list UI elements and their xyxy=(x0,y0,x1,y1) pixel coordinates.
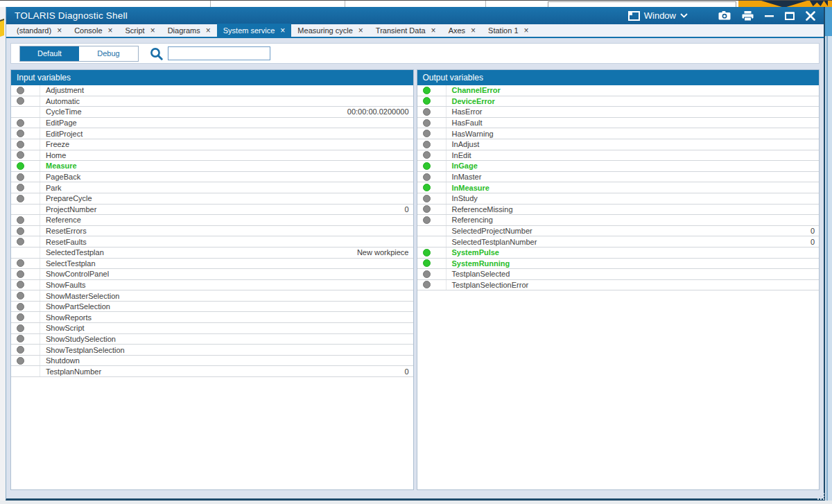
variable-row[interactable]: ResetErrors xyxy=(11,226,413,237)
variable-name: HasFault xyxy=(447,119,815,127)
debug-mode-button[interactable]: Debug xyxy=(79,46,138,61)
search-input[interactable] xyxy=(168,46,270,60)
variable-row[interactable]: HasFault xyxy=(417,118,820,129)
variable-row[interactable]: TestplanSelected xyxy=(417,269,820,280)
variable-row[interactable]: Measure xyxy=(11,161,413,172)
status-dot-gray xyxy=(17,141,24,148)
tab-console[interactable]: Console× xyxy=(68,24,119,37)
variable-row[interactable]: Home xyxy=(11,150,413,162)
minimize-button[interactable] xyxy=(759,7,779,24)
screenshot-button[interactable] xyxy=(713,7,736,24)
status-dot-gray xyxy=(423,216,431,224)
variable-row[interactable]: InGage xyxy=(417,161,820,172)
variable-name: ShowReports xyxy=(40,313,409,322)
variable-row[interactable]: ChannelError xyxy=(417,85,820,96)
variable-name: ReferenceMissing xyxy=(447,205,815,214)
tab-axes[interactable]: Axes× xyxy=(442,24,482,37)
title-bar[interactable]: TOLARIS Diagnostic Shell Window xyxy=(6,7,824,24)
variable-name: InAdjust xyxy=(447,140,815,148)
variable-row[interactable]: ShowMasterSelection xyxy=(11,290,413,302)
variable-row[interactable]: SelectTestplan xyxy=(11,259,413,270)
variable-row[interactable]: ShowScript xyxy=(11,323,413,334)
variable-row[interactable]: ShowStudySelection xyxy=(11,334,413,345)
screen: TOLARIS Diagnostic Shell Window xyxy=(0,0,832,504)
variable-name: Referencing xyxy=(447,216,815,224)
tab-label: Axes xyxy=(449,26,465,35)
variable-row[interactable]: TestplanSelectionError xyxy=(417,280,820,291)
status-dot-column xyxy=(11,269,40,279)
tab-close-icon[interactable]: × xyxy=(280,26,285,35)
variable-row[interactable]: InMaster xyxy=(417,172,820,183)
variable-name: TestplanSelected xyxy=(447,270,815,278)
variable-row[interactable]: EditProject xyxy=(11,128,413,139)
variable-row[interactable]: InStudy xyxy=(417,193,820,205)
variable-row[interactable]: Adjustment xyxy=(11,85,413,96)
status-dot-column xyxy=(11,302,40,312)
status-dot-column xyxy=(11,334,40,345)
variable-row[interactable]: SelectedTestplanNumber0 xyxy=(417,236,820,247)
variable-row[interactable]: HasWarning xyxy=(417,128,820,139)
variable-row[interactable]: PrepareCycle xyxy=(11,193,413,205)
variable-row[interactable]: ShowReports xyxy=(11,312,413,323)
status-dot-gray xyxy=(423,108,431,116)
tab-system-service[interactable]: System service× xyxy=(217,24,292,37)
tab-close-icon[interactable]: × xyxy=(108,26,113,35)
status-dot-column xyxy=(11,193,40,204)
variable-row[interactable]: PageBack xyxy=(11,172,413,183)
variable-row[interactable]: SelectedTestplanNew workpiece xyxy=(11,247,413,259)
variable-row[interactable]: Freeze xyxy=(11,139,413,150)
tab-close-icon[interactable]: × xyxy=(358,26,363,35)
variable-row[interactable]: ShowControlPanel xyxy=(11,269,413,280)
variable-row[interactable]: ResetFaults xyxy=(11,236,413,247)
status-dot-column xyxy=(417,118,447,128)
variable-row[interactable]: ShowFaults xyxy=(11,280,413,291)
variable-row[interactable]: SelectedProjectNumber0 xyxy=(417,226,820,237)
variable-row[interactable]: EditPage xyxy=(11,118,413,129)
variable-row[interactable]: InMeasure xyxy=(417,182,820,193)
tab-close-icon[interactable]: × xyxy=(471,26,476,35)
variable-row[interactable]: CycleTime00:00:00.0200000 xyxy=(11,107,413,118)
restore-button[interactable] xyxy=(779,7,800,24)
variable-row[interactable]: Park xyxy=(11,182,413,193)
default-mode-button[interactable]: Default xyxy=(20,46,79,61)
variable-row[interactable]: Reference xyxy=(11,215,413,226)
tab-diagrams[interactable]: Diagrams× xyxy=(162,24,217,37)
tab-transient-data[interactable]: Transient Data× xyxy=(370,24,442,37)
tab-label: Measuring cycle xyxy=(297,26,352,35)
window-menu-button[interactable]: Window xyxy=(621,7,695,24)
variable-row[interactable]: ProjectNumber0 xyxy=(11,205,413,216)
tab-close-icon[interactable]: × xyxy=(431,26,436,35)
variable-row[interactable]: HasError xyxy=(417,107,820,118)
variable-row[interactable]: DeviceError xyxy=(417,96,820,107)
variable-row[interactable]: ReferenceMissing xyxy=(417,205,820,216)
tab-station-1[interactable]: Station 1× xyxy=(482,24,535,37)
status-dot-column xyxy=(417,247,447,258)
status-dot-column xyxy=(417,259,447,269)
tab-script[interactable]: Script× xyxy=(119,24,162,37)
tab-standard[interactable]: (standard)× xyxy=(10,24,68,37)
variable-row[interactable]: Shutdown xyxy=(11,356,413,367)
variable-row[interactable]: TestplanNumber0 xyxy=(11,366,413,377)
resize-grip-icon[interactable] xyxy=(817,494,825,501)
variable-row[interactable]: SystemPulse xyxy=(417,247,820,259)
variable-row[interactable]: ShowTestplanSelection xyxy=(11,345,413,356)
status-dot-column xyxy=(417,280,447,290)
variable-row[interactable]: InEdit xyxy=(417,150,820,162)
variable-row[interactable]: Referencing xyxy=(417,215,820,226)
variable-row[interactable]: ShowPartSelection xyxy=(11,302,413,313)
tab-close-icon[interactable]: × xyxy=(150,26,155,35)
tab-close-icon[interactable]: × xyxy=(57,26,62,35)
variable-row[interactable]: InAdjust xyxy=(417,139,820,150)
status-dot-column xyxy=(11,226,40,236)
status-dot-gray xyxy=(423,141,431,148)
status-dot-gray xyxy=(17,303,24,311)
variable-row[interactable]: Automatic xyxy=(11,96,413,107)
tab-close-icon[interactable]: × xyxy=(524,26,529,35)
tab-close-icon[interactable]: × xyxy=(206,26,211,35)
print-button[interactable] xyxy=(736,7,759,24)
tab-label: Station 1 xyxy=(488,26,518,35)
close-button[interactable] xyxy=(800,7,824,24)
variable-row[interactable]: SystemRunning xyxy=(417,259,820,270)
status-dot-gray xyxy=(17,227,24,235)
tab-measuring-cycle[interactable]: Measuring cycle× xyxy=(291,24,370,37)
